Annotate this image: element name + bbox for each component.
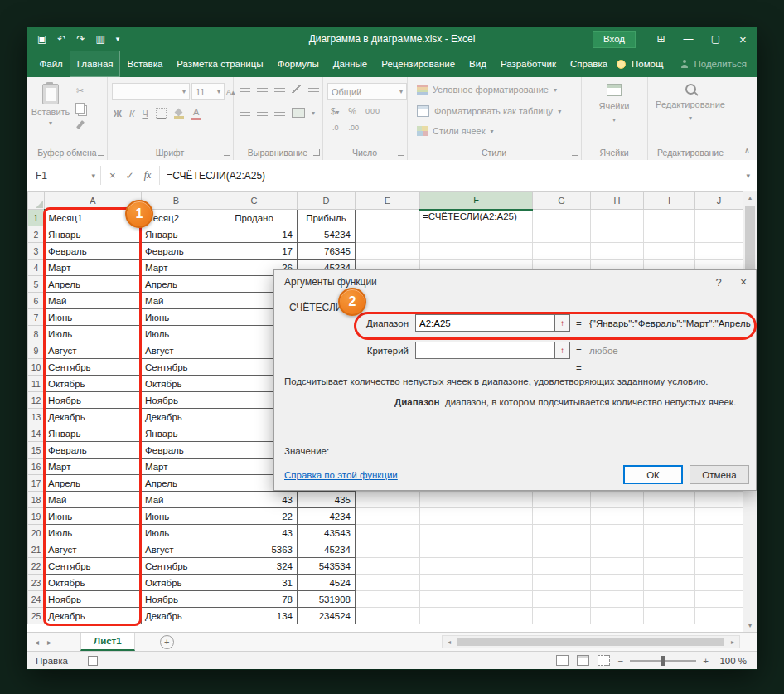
cell-C19[interactable]: 22	[211, 508, 298, 525]
copy-icon[interactable]	[75, 103, 85, 114]
normal-view-icon[interactable]	[556, 655, 569, 666]
maximize-button[interactable]: ▢	[702, 27, 729, 51]
cell-C25[interactable]: 134	[211, 608, 298, 624]
cell-J20[interactable]	[695, 525, 743, 541]
insert-function-icon[interactable]: fx	[144, 169, 152, 182]
align-top-icon[interactable]	[240, 85, 250, 93]
borders-icon[interactable]	[156, 108, 167, 119]
cell-A5[interactable]: Апрель	[45, 276, 142, 293]
row-header-11[interactable]: 11	[28, 376, 45, 392]
column-header-J[interactable]: J	[695, 192, 743, 210]
cell-A25[interactable]: Декабрь	[45, 608, 142, 624]
cell-A22[interactable]: Сентябрь	[45, 558, 142, 575]
cell-F23[interactable]	[420, 575, 533, 591]
cell-B4[interactable]: Март	[142, 260, 211, 276]
cell-I20[interactable]	[644, 525, 695, 541]
column-header-D[interactable]: D	[298, 192, 356, 210]
close-button[interactable]: ×	[729, 27, 757, 51]
cell-E23[interactable]	[356, 575, 420, 591]
cell-I21[interactable]	[644, 541, 695, 558]
number-dialog-launcher[interactable]	[398, 149, 404, 156]
cell-G21[interactable]	[533, 541, 591, 558]
italic-button[interactable]: К	[129, 109, 134, 119]
column-header-F[interactable]: F	[420, 192, 533, 210]
ok-button[interactable]: ОК	[623, 465, 683, 484]
add-sheet-button[interactable]: +	[160, 635, 174, 649]
align-right-icon[interactable]	[274, 109, 285, 117]
orientation-icon[interactable]	[292, 85, 302, 93]
conditional-formatting-button[interactable]: Условное форматирование ▾	[417, 85, 557, 95]
cell-C1[interactable]: Продано	[211, 210, 298, 226]
cell-B14[interactable]: Январь	[142, 425, 211, 442]
column-header-I[interactable]: I	[644, 192, 695, 210]
cell-J23[interactable]	[695, 575, 743, 591]
cell-A20[interactable]: Июль	[45, 525, 142, 541]
tab-Вид[interactable]: Вид	[462, 51, 494, 77]
cell-A23[interactable]: Октябрь	[45, 575, 142, 591]
tab-Главная[interactable]: Главная	[70, 51, 120, 77]
cell-A14[interactable]: Январь	[45, 425, 142, 442]
cell-F24[interactable]	[420, 591, 533, 608]
cell-J21[interactable]	[695, 541, 743, 558]
fill-color-icon[interactable]	[174, 109, 184, 119]
row-header-6[interactable]: 6	[28, 293, 45, 309]
cut-icon[interactable]: ✂	[76, 85, 84, 96]
cell-E24[interactable]	[356, 591, 420, 608]
range-input[interactable]	[415, 314, 554, 332]
cell-B7[interactable]: Июнь	[142, 309, 211, 326]
cell-A18[interactable]: Май	[45, 492, 142, 508]
enter-entry-icon[interactable]: ✓	[126, 170, 134, 182]
column-header-H[interactable]: H	[591, 192, 644, 210]
cell-B20[interactable]: Июль	[142, 525, 211, 541]
row-header-8[interactable]: 8	[28, 326, 45, 342]
cell-B8[interactable]: Июль	[142, 326, 211, 342]
cell-H20[interactable]	[591, 525, 644, 541]
cell-H18[interactable]	[591, 492, 644, 508]
cell-J3[interactable]	[695, 243, 743, 260]
cell-G3[interactable]	[533, 243, 591, 260]
cell-A3[interactable]: Февраль	[45, 243, 142, 260]
row-header-12[interactable]: 12	[28, 392, 45, 409]
underline-button[interactable]: Ч	[142, 109, 148, 119]
comma-format-icon[interactable]: 000	[365, 107, 380, 115]
cell-E18[interactable]	[356, 492, 420, 508]
cell-A21[interactable]: Август	[45, 541, 142, 558]
cell-B24[interactable]: Ноябрь	[142, 591, 211, 608]
decrease-decimal-icon[interactable]: .00	[349, 124, 360, 132]
cell-J24[interactable]	[695, 591, 743, 608]
row-header-1[interactable]: 1	[28, 210, 45, 226]
cell-G18[interactable]	[533, 492, 591, 508]
percent-format-icon[interactable]: %	[348, 106, 356, 116]
cell-H23[interactable]	[591, 575, 644, 591]
cell-H21[interactable]	[591, 541, 644, 558]
criteria-input[interactable]	[415, 342, 554, 359]
zoom-slider-thumb[interactable]	[661, 656, 665, 666]
align-bottom-icon[interactable]	[274, 85, 285, 93]
zoom-out-icon[interactable]: −	[618, 656, 624, 666]
page-break-view-icon[interactable]	[598, 655, 610, 666]
cell-H19[interactable]	[591, 508, 644, 525]
align-left-icon[interactable]	[240, 109, 250, 117]
cell-C18[interactable]: 43	[211, 492, 298, 508]
cell-F25[interactable]	[420, 608, 533, 624]
zoom-in-icon[interactable]: +	[703, 656, 709, 666]
cell-B22[interactable]: Сентябрь	[142, 558, 211, 575]
row-header-19[interactable]: 19	[28, 508, 45, 525]
sheet-nav-left-icon[interactable]: ◂	[35, 638, 39, 647]
bold-button[interactable]: Ж	[114, 109, 122, 119]
cell-B5[interactable]: Апрель	[142, 276, 211, 293]
cell-G19[interactable]	[533, 508, 591, 525]
tab-Справка[interactable]: Справка	[563, 51, 614, 77]
wrap-text-icon[interactable]	[308, 85, 319, 93]
cell-B11[interactable]: Октябрь	[142, 376, 211, 392]
column-header-E[interactable]: E	[356, 192, 420, 210]
cell-F2[interactable]	[420, 226, 533, 243]
cell-B19[interactable]: Июнь	[142, 508, 211, 525]
collapse-ribbon-icon[interactable]: ∧	[744, 146, 750, 155]
range-picker-button[interactable]: ↑	[554, 314, 570, 332]
cell-I23[interactable]	[644, 575, 695, 591]
cell-C22[interactable]: 324	[211, 558, 298, 575]
cell-J2[interactable]	[695, 226, 743, 243]
cell-D25[interactable]: 234524	[298, 608, 356, 624]
column-header-A[interactable]: A	[45, 192, 142, 210]
